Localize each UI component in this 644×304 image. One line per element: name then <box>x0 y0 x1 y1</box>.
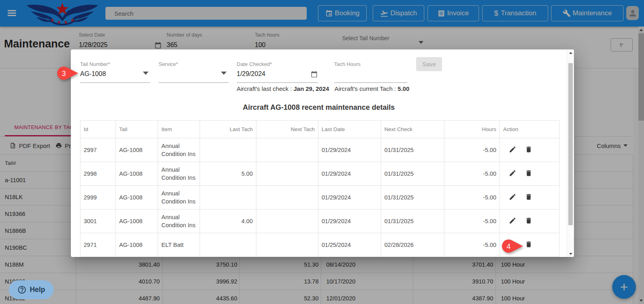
app-window: Booking Dispatch Invoice $ Transaction M… <box>0 0 644 304</box>
annotation-step-4-number: 4 <box>506 242 510 251</box>
scroll-up-icon <box>569 52 572 54</box>
date-checked-label: Date Checked* <box>237 61 272 67</box>
edit-icon[interactable] <box>509 146 516 154</box>
tach-hours-label: Tach Hours <box>334 61 361 67</box>
edit-icon[interactable] <box>509 217 516 226</box>
edit-icon[interactable] <box>509 193 516 202</box>
scroll-down-icon <box>569 253 572 255</box>
delete-icon[interactable] <box>525 240 533 249</box>
dialog-scrollbar[interactable] <box>567 49 574 257</box>
help-label: Help <box>30 286 45 294</box>
maintenance-row[interactable]: 2997AG-1008 Annual Condition Ins 01/29/2… <box>80 138 559 162</box>
delete-icon[interactable] <box>525 146 533 154</box>
edit-icon[interactable] <box>509 169 516 178</box>
annotation-step-4: 4 <box>502 239 523 255</box>
help-button[interactable]: Help <box>9 280 54 299</box>
maintenance-row[interactable]: 2998AG-1008 Annual Condition Ins 5.00 01… <box>80 162 559 186</box>
dialog-title: Aircraft AG-1008 recent maintenance deta… <box>71 103 567 112</box>
annotation-step-3-number: 3 <box>62 70 66 78</box>
delete-icon[interactable] <box>525 217 533 226</box>
calendar-icon[interactable] <box>311 71 318 78</box>
help-icon <box>17 285 27 294</box>
last-check-note: Aircraft's last check : Jan 29, 2024 <box>237 85 329 92</box>
maintenance-dialog: Tail Number* AG-1008 Service* Date Check… <box>71 49 574 257</box>
maintenance-row[interactable]: 2971AG-1008 ELT Batt 01/25/202402/28/202… <box>80 233 559 257</box>
table-header-row: Id Tail Item Last Tach Next Tach Last Da… <box>80 121 559 138</box>
delete-icon[interactable] <box>525 169 533 178</box>
save-button[interactable]: Save <box>416 57 442 71</box>
dropdown-arrow-icon <box>221 72 227 75</box>
tail-number-label: Tail Number* <box>80 61 110 67</box>
scrollbar-thumb[interactable] <box>568 63 573 225</box>
current-tach-note: Aircraft's current Tach : 5.00 <box>334 85 409 92</box>
maintenance-row[interactable]: 2999AG-1008 Annual Condition Ins 01/29/2… <box>80 186 559 210</box>
recent-maintenance-table: Id Tail Item Last Tach Next Tach Last Da… <box>80 120 559 257</box>
maintenance-row[interactable]: 3001AG-1008 Annual Condition Ins 4.00 01… <box>80 210 559 233</box>
dropdown-arrow-icon <box>143 72 149 75</box>
service-label: Service* <box>159 61 178 67</box>
annotation-step-3: 3 <box>57 66 78 82</box>
date-checked-value: 1/29/2024 <box>237 70 265 78</box>
tail-number-value: AG-1008 <box>80 70 106 78</box>
delete-icon[interactable] <box>525 193 533 202</box>
